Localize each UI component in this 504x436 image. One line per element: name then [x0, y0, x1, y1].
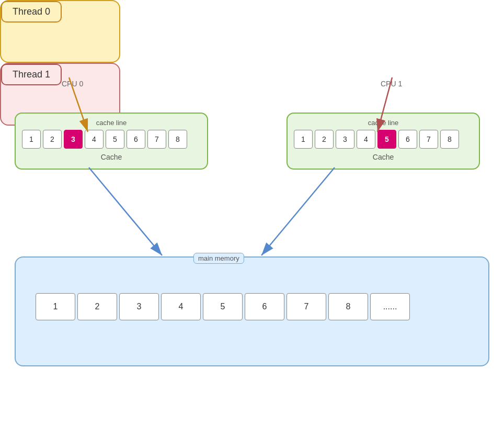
cache1-cell-5: 6: [398, 130, 417, 149]
cache1-box: cache line 1 2 3 4 5 6 7 8 Cache: [287, 113, 480, 170]
cache1-cell-4: 5: [377, 130, 396, 149]
cache1-cell-6: 7: [419, 130, 438, 149]
cache0-label: Cache: [22, 153, 201, 161]
cache1-cell-3: 4: [357, 130, 375, 149]
mem-cell-1: 2: [77, 293, 117, 320]
thread1-label: Thread 1: [13, 69, 50, 80]
cache1-line-label: cache line: [294, 119, 473, 127]
cpu1-label: CPU 1: [381, 80, 402, 88]
mem-cell-2: 3: [119, 293, 159, 320]
thread0-box: Thread 0: [1, 1, 62, 23]
mem-cell-6: 7: [287, 293, 326, 320]
cache1-cell-0: 1: [294, 130, 313, 149]
mem-cell-8: ......: [370, 293, 410, 320]
cache0-cell-0: 1: [22, 130, 41, 149]
svg-line-6: [261, 167, 335, 255]
cache0-box: cache line 1 2 3 4 5 6 7 8 Cache: [15, 113, 208, 170]
mem-cell-5: 6: [245, 293, 284, 320]
thread1-box: Thread 1: [1, 64, 62, 85]
cache1-cell-2: 3: [336, 130, 354, 149]
cache0-line-label: cache line: [22, 119, 201, 127]
cpu0-label: CPU 0: [62, 80, 83, 88]
cache0-cell-6: 7: [147, 130, 166, 149]
main-memory-label: main memory: [193, 253, 244, 264]
diagram: Thread 0 CPU 0 Thread 1 CPU 1 cache line…: [0, 0, 504, 436]
cache0-cell-3: 4: [85, 130, 104, 149]
cache1-cells: 1 2 3 4 5 6 7 8: [294, 130, 473, 149]
cache0-cell-5: 6: [127, 130, 145, 149]
thread0-label: Thread 0: [13, 6, 50, 17]
mem-cell-7: 8: [328, 293, 368, 320]
cache0-cell-7: 8: [168, 130, 187, 149]
cache0-cell-2: 3: [64, 130, 83, 149]
cache0-cell-1: 2: [43, 130, 62, 149]
mem-cell-0: 1: [36, 293, 75, 320]
cache0-cells: 1 2 3 4 5 6 7 8: [22, 130, 201, 149]
cache1-cell-7: 8: [440, 130, 459, 149]
memory-cells: 1 2 3 4 5 6 7 8 ......: [36, 293, 410, 320]
cache0-cell-4: 5: [106, 130, 124, 149]
thread0-container: Thread 0: [0, 0, 120, 63]
mem-cell-4: 5: [203, 293, 243, 320]
mem-cell-3: 4: [161, 293, 201, 320]
cache1-cell-1: 2: [315, 130, 334, 149]
cache1-label: Cache: [294, 153, 473, 161]
svg-line-5: [89, 167, 162, 255]
